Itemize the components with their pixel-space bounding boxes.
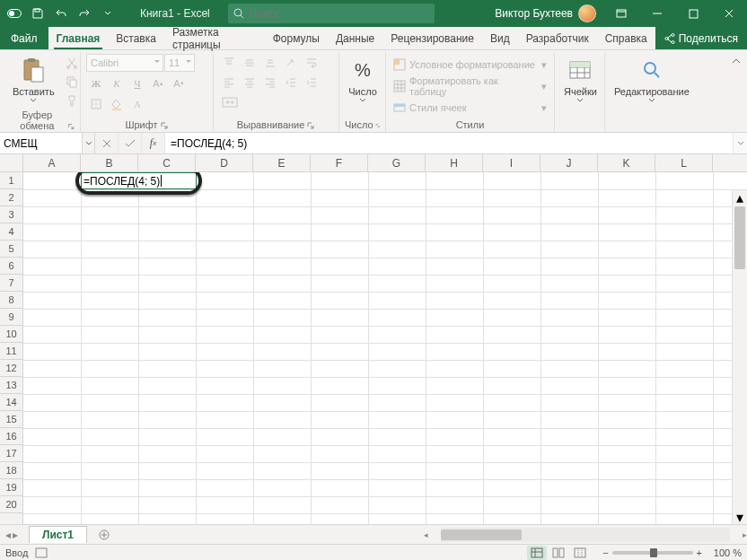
tab-developer[interactable]: Разработчик: [518, 27, 597, 49]
formula-input-wrapper[interactable]: [165, 133, 733, 153]
cancel-formula-icon[interactable]: [95, 133, 119, 153]
cell-editor[interactable]: =ПОСЛЕД(4; 5): [81, 172, 197, 189]
row-header[interactable]: 9: [0, 309, 22, 326]
column-header[interactable]: F: [311, 154, 368, 171]
share-button[interactable]: Поделиться: [655, 27, 747, 49]
dialog-launcher-icon[interactable]: [160, 121, 169, 130]
zoom-in-icon[interactable]: +: [697, 547, 702, 558]
zoom-out-icon[interactable]: −: [602, 547, 608, 558]
row-header[interactable]: 1: [0, 172, 22, 189]
editing-button[interactable]: Редактирование: [611, 54, 693, 104]
scroll-up-icon[interactable]: ▴: [733, 190, 747, 205]
accessibility-icon[interactable]: [35, 547, 48, 558]
zoom-handle[interactable]: [650, 548, 657, 557]
row-header[interactable]: 20: [0, 496, 22, 513]
tab-data[interactable]: Данные: [328, 27, 382, 49]
row-header[interactable]: 13: [0, 377, 22, 394]
dialog-launcher-icon[interactable]: [375, 121, 380, 130]
tab-home[interactable]: Главная: [48, 27, 109, 49]
tab-review[interactable]: Рецензирование: [382, 27, 482, 49]
sheet-tab-active[interactable]: Лист1: [29, 526, 87, 543]
font-size-select[interactable]: 11: [164, 54, 195, 72]
row-header[interactable]: 3: [0, 206, 22, 223]
column-header[interactable]: H: [426, 154, 483, 171]
sheet-next-icon[interactable]: ▸: [13, 529, 18, 541]
row-header[interactable]: 15: [0, 411, 22, 428]
sheet-prev-icon[interactable]: ◂: [5, 529, 11, 541]
zoom-slider[interactable]: [612, 551, 693, 555]
minimize-icon[interactable]: [639, 0, 675, 27]
page-layout-view-icon[interactable]: [549, 546, 568, 560]
cells-area[interactable]: =ПОСЛЕД(4; 5): [23, 172, 747, 524]
row-header[interactable]: 7: [0, 275, 22, 292]
font-name-select[interactable]: Calibri: [86, 54, 163, 72]
name-box[interactable]: [0, 133, 83, 153]
ribbon-display-icon[interactable]: [603, 0, 639, 27]
active-cell-b1[interactable]: =ПОСЛЕД(4; 5): [81, 172, 197, 189]
add-sheet-icon[interactable]: [94, 527, 114, 543]
enter-formula-icon[interactable]: [119, 133, 142, 153]
column-header[interactable]: K: [598, 154, 655, 171]
close-icon[interactable]: [711, 0, 747, 27]
name-box-input[interactable]: [4, 137, 78, 150]
column-header[interactable]: B: [81, 154, 138, 171]
scroll-thumb-h[interactable]: [441, 529, 522, 540]
autosave-toggle[interactable]: [4, 3, 25, 24]
row-header[interactable]: 12: [0, 360, 22, 377]
page-break-view-icon[interactable]: [570, 546, 590, 560]
tab-page-layout[interactable]: Разметка страницы: [164, 27, 265, 49]
horizontal-scrollbar[interactable]: ◂ ▸: [424, 528, 747, 542]
row-header[interactable]: 8: [0, 292, 22, 309]
search-input[interactable]: [250, 7, 429, 20]
user-account[interactable]: Виктор Бухтеев: [488, 4, 603, 22]
expand-formula-bar-icon[interactable]: [733, 133, 747, 153]
maximize-icon[interactable]: [675, 0, 711, 27]
vertical-scrollbar[interactable]: ▴ ▾: [732, 190, 747, 524]
paste-button[interactable]: Вставить: [9, 54, 58, 104]
redo-icon[interactable]: [74, 3, 95, 24]
column-header[interactable]: D: [196, 154, 253, 171]
undo-icon[interactable]: [50, 3, 72, 24]
row-header[interactable]: 14: [0, 394, 22, 411]
column-header[interactable]: G: [368, 154, 426, 171]
collapse-ribbon-icon[interactable]: [731, 52, 747, 132]
formula-input[interactable]: [171, 137, 727, 150]
row-header[interactable]: 10: [0, 326, 22, 343]
select-all-corner[interactable]: [0, 154, 23, 171]
scroll-down-icon[interactable]: ▾: [733, 510, 747, 524]
cells-button[interactable]: Ячейки: [560, 54, 601, 104]
tab-help[interactable]: Справка: [597, 27, 655, 49]
name-box-dropdown[interactable]: [83, 133, 95, 153]
row-header[interactable]: 4: [0, 223, 22, 241]
zoom-level[interactable]: 100 %: [706, 547, 742, 558]
row-header[interactable]: 2: [0, 189, 22, 206]
row-header[interactable]: 19: [0, 479, 22, 496]
dialog-launcher-icon[interactable]: [67, 122, 75, 131]
column-header[interactable]: J: [540, 154, 598, 171]
scroll-right-icon[interactable]: ▸: [743, 530, 747, 539]
column-header[interactable]: A: [23, 154, 81, 171]
search-box[interactable]: [228, 4, 435, 23]
column-header[interactable]: L: [655, 154, 713, 171]
column-header[interactable]: C: [138, 154, 196, 171]
column-header[interactable]: I: [483, 154, 540, 171]
row-header[interactable]: 16: [0, 428, 22, 445]
insert-function-icon[interactable]: fx: [142, 133, 165, 153]
row-header[interactable]: 11: [0, 343, 22, 360]
row-header[interactable]: 17: [0, 445, 22, 462]
scroll-thumb-v[interactable]: [734, 206, 745, 269]
tab-view[interactable]: Вид: [482, 27, 518, 49]
tab-file[interactable]: Файл: [0, 27, 48, 49]
dialog-launcher-icon[interactable]: [306, 121, 315, 130]
row-header[interactable]: 6: [0, 258, 22, 275]
scroll-left-icon[interactable]: ◂: [424, 530, 428, 539]
row-header[interactable]: 18: [0, 462, 22, 479]
number-format-button[interactable]: % Число: [345, 54, 381, 104]
qat-dropdown-icon[interactable]: [97, 3, 119, 24]
tab-insert[interactable]: Вставка: [108, 27, 164, 49]
column-header[interactable]: E: [253, 154, 311, 171]
normal-view-icon[interactable]: [527, 546, 547, 560]
tab-formulas[interactable]: Формулы: [265, 27, 328, 49]
save-icon[interactable]: [27, 3, 48, 24]
row-header[interactable]: 5: [0, 241, 22, 258]
